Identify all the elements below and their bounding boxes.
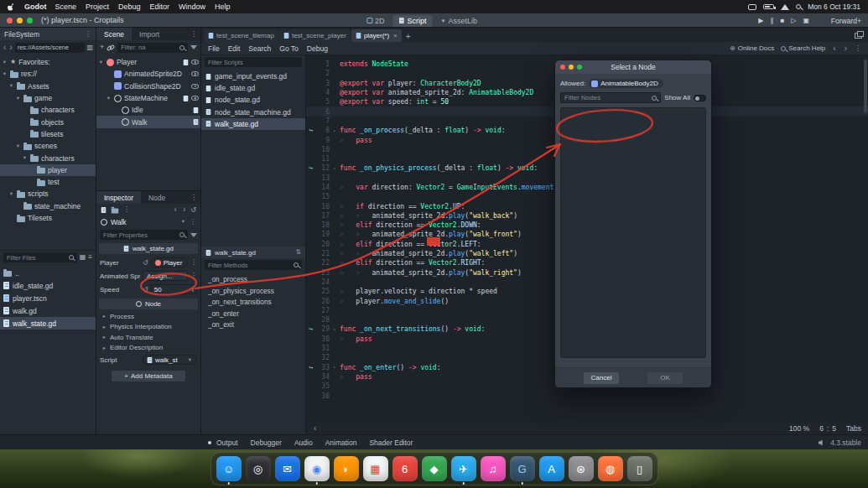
renderer-selector[interactable]: Forward+: [831, 13, 861, 28]
revert-icon[interactable]: ↺: [143, 259, 148, 267]
tab-menu-icon[interactable]: ⋮: [190, 195, 197, 201]
stop-button[interactable]: ■: [780, 17, 784, 24]
bottom-panel-output[interactable]: Output: [216, 439, 238, 447]
scene-tree-node-walk[interactable]: Walk: [96, 116, 200, 127]
filesystem-tree-item-scripts[interactable]: ▾scripts: [0, 188, 96, 200]
script-menu-edit[interactable]: Edit: [228, 44, 241, 53]
mode-tab-script[interactable]: Script: [392, 15, 432, 27]
history-back-icon[interactable]: ‹: [174, 205, 178, 214]
filter-scripts-input[interactable]: [208, 59, 299, 66]
split-view-icon[interactable]: ▥: [86, 44, 93, 51]
current-path[interactable]: res://Assets/scene: [15, 43, 86, 53]
filesystem-tree-item-res[interactable]: ▾res://: [0, 68, 96, 80]
filter-properties-input[interactable]: [103, 231, 177, 239]
float-window-icon[interactable]: [855, 33, 862, 39]
play-button[interactable]: ▶: [758, 17, 763, 24]
script-value-chip[interactable]: walk_st ▾: [143, 355, 197, 365]
indent-mode[interactable]: Tabs: [846, 424, 861, 433]
history-forward-icon[interactable]: ›: [182, 205, 186, 214]
filter-methods-input[interactable]: [208, 262, 291, 269]
method-item-on-exit[interactable]: _on_exit: [201, 319, 305, 331]
file-item-[interactable]: ..: [0, 267, 96, 279]
filesystem-tree-item-scenes[interactable]: ▾scenes: [0, 140, 96, 152]
online-docs-button[interactable]: ⊕ Online Docs: [730, 44, 774, 52]
filesystem-tree-item-tilesets[interactable]: Tilesets: [0, 212, 96, 224]
revert-icon[interactable]: ↺: [143, 286, 148, 293]
tab-menu-icon[interactable]: ⋮: [190, 31, 197, 38]
filesystem-tree-item-characters[interactable]: characters: [0, 104, 96, 116]
mode-tab-2d[interactable]: 2D: [361, 15, 391, 27]
attached-script-icon[interactable]: [194, 107, 199, 113]
minimize-window-button[interactable]: [17, 18, 23, 23]
menubar-item-project[interactable]: Project: [86, 3, 109, 11]
attached-script-icon[interactable]: [184, 95, 189, 101]
fold-caret-icon[interactable]: ▾: [333, 128, 340, 133]
resource-menu-icon[interactable]: ⋮: [123, 206, 130, 213]
property-menu-icon[interactable]: ⋮: [190, 259, 197, 266]
dock-icon-trash[interactable]: ▯: [627, 456, 652, 481]
dock-icon-godot[interactable]: G: [510, 456, 535, 481]
dock-icon-calendar-date[interactable]: 6: [392, 456, 418, 481]
bottom-panel-audio[interactable]: Audio: [294, 439, 313, 447]
filesystem-tree-item-test[interactable]: test: [0, 176, 96, 188]
movie-button[interactable]: ▣: [803, 17, 809, 24]
property-value-object[interactable]: Player: [151, 257, 188, 267]
attached-script-icon[interactable]: [184, 60, 189, 65]
scene-tab-test-scene-player[interactable]: test_scene_player: [279, 29, 351, 42]
menubar-item-help[interactable]: Help: [215, 3, 231, 11]
list-view-icon[interactable]: ≡: [88, 254, 92, 261]
inspector-group-auto-translate[interactable]: ▸Auto Translate: [96, 332, 200, 343]
tab-scene[interactable]: Scene: [96, 28, 132, 40]
dock-icon-mail[interactable]: ✉: [275, 456, 300, 481]
scene-tree-node-player[interactable]: ▾Player: [96, 56, 200, 68]
script-menu-debug[interactable]: Debug: [307, 44, 328, 53]
add-node-button[interactable]: +: [100, 44, 104, 51]
scene-tab-player[interactable]: player(*)×: [351, 29, 402, 42]
bottom-panel-shader-editor[interactable]: Shader Editor: [369, 439, 413, 447]
spotlight-search-icon[interactable]: [796, 4, 801, 9]
scene-tree-node-idle[interactable]: Idle: [96, 104, 200, 116]
tab-import[interactable]: Import: [132, 28, 167, 40]
code-line-36[interactable]: 36: [306, 391, 868, 400]
menubar-item-scene[interactable]: Scene: [55, 3, 77, 11]
method-item-on-next-transitions[interactable]: _on_next_transitions: [201, 297, 305, 309]
dialog-node-tree[interactable]: [560, 107, 706, 358]
script-menu-search[interactable]: Search: [248, 44, 271, 53]
script-item-node-state-gd[interactable]: node_state.gd: [201, 94, 305, 106]
method-item-on-process[interactable]: _on_process: [201, 274, 305, 286]
app-menu-godot[interactable]: Godot: [24, 3, 47, 11]
dock-icon-finder[interactable]: ☺: [216, 456, 242, 481]
visibility-icon[interactable]: [191, 84, 199, 89]
method-item-on-physics-process[interactable]: _on_physics_process: [201, 286, 305, 298]
script-menu-file[interactable]: File: [208, 44, 220, 53]
new-scene-tab-button[interactable]: +: [403, 30, 414, 42]
node-section-header[interactable]: Node: [99, 299, 198, 309]
dock-icon-app-store[interactable]: A: [539, 456, 564, 481]
bottom-panel-debugger[interactable]: Debugger: [251, 439, 282, 447]
tab-node[interactable]: Node: [141, 191, 173, 204]
panel-toggle-icon[interactable]: [208, 441, 211, 444]
menubar-item-editor[interactable]: Editor: [150, 3, 170, 11]
history-icon[interactable]: ↺: [190, 206, 196, 214]
script-panel-menu-icon[interactable]: ⋮: [855, 45, 861, 52]
file-item-idle-state-gd[interactable]: idle_state.gd: [0, 279, 96, 292]
nav-back-button[interactable]: ‹: [3, 44, 7, 52]
wifi-icon[interactable]: [781, 4, 789, 10]
attached-script-icon[interactable]: [194, 119, 199, 125]
dock-icon-telegram[interactable]: ✈: [451, 456, 476, 481]
script-menu-go-to[interactable]: Go To: [279, 44, 299, 53]
filesystem-tree-item-assets[interactable]: ▾Assets: [0, 80, 96, 92]
filesystem-tree-item-tilesets[interactable]: tilesets: [0, 128, 96, 140]
fold-caret-icon[interactable]: ▾: [333, 327, 340, 332]
filter-files-input[interactable]: [7, 254, 66, 262]
close-tab-icon[interactable]: ×: [393, 32, 398, 39]
scene-filter-input[interactable]: [121, 44, 177, 51]
inspector-group-physics-interpolation[interactable]: ▸Physics Interpolation: [96, 322, 200, 333]
file-item-walk-state-gd[interactable]: walk_state.gd: [0, 317, 96, 330]
close-window-button[interactable]: [7, 18, 13, 23]
filesystem-tree-item-state-machine[interactable]: state_machine: [0, 200, 96, 212]
menubar-clock[interactable]: Mon 6 Oct 19:31: [808, 3, 860, 11]
speed-spinbox[interactable]: 50▴▾: [151, 284, 197, 294]
instantiate-scene-button[interactable]: [107, 44, 115, 52]
visibility-icon[interactable]: [191, 96, 199, 101]
